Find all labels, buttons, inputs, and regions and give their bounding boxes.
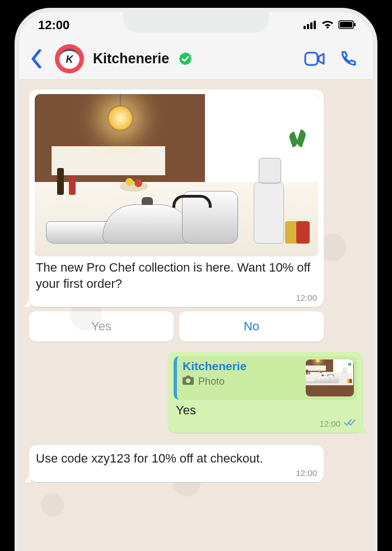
cellular-icon xyxy=(304,18,317,32)
voice-call-button[interactable] xyxy=(336,46,361,71)
avatar-initial: K xyxy=(59,49,80,69)
status-icons xyxy=(304,18,356,32)
reply-time-row: 12:00 xyxy=(174,419,357,429)
back-button[interactable] xyxy=(27,46,46,71)
avatar[interactable]: K xyxy=(55,44,84,73)
quoted-type: Photo xyxy=(198,376,225,387)
promo-text: The new Pro Chef collection is here. Wan… xyxy=(35,259,318,293)
phone-frame: 12:00 K Kitchenerie xyxy=(15,8,377,551)
svg-rect-5 xyxy=(340,22,352,27)
svg-rect-7 xyxy=(305,53,318,65)
svg-rect-3 xyxy=(314,21,316,29)
svg-rect-6 xyxy=(354,23,356,26)
clock: 12:00 xyxy=(38,18,69,32)
reply-time: 12:00 xyxy=(319,419,340,428)
wifi-icon xyxy=(321,18,334,32)
incoming-message-promo[interactable]: The new Pro Chef collection is here. Wan… xyxy=(29,90,324,307)
followup-time: 12:00 xyxy=(35,468,318,479)
quoted-thumbnail xyxy=(306,359,354,396)
promo-time: 12:00 xyxy=(35,293,318,303)
quick-reply-yes[interactable]: Yes xyxy=(29,311,174,342)
quick-reply-row: Yes No xyxy=(29,311,324,342)
outgoing-message-reply[interactable]: Kitchenerie Photo xyxy=(168,352,363,433)
incoming-message-followup[interactable]: Use code xzy123 for 10% off at checkout.… xyxy=(29,445,324,482)
svg-rect-2 xyxy=(310,22,312,29)
promo-image[interactable] xyxy=(35,94,318,256)
notch xyxy=(123,12,269,32)
followup-text: Use code xzy123 for 10% off at checkout. xyxy=(35,450,318,468)
quoted-reply[interactable]: Kitchenerie Photo xyxy=(174,356,357,400)
chat-header: K Kitchenerie xyxy=(19,38,373,80)
verified-badge-icon xyxy=(178,52,193,66)
quoted-sender: Kitchenerie xyxy=(183,359,300,373)
chat-title[interactable]: Kitchenerie xyxy=(93,50,169,67)
chat-area[interactable]: The new Pro Chef collection is here. Wan… xyxy=(19,80,373,551)
reply-text: Yes xyxy=(174,402,357,419)
quick-reply-no[interactable]: No xyxy=(179,311,324,342)
svg-rect-0 xyxy=(304,26,306,29)
read-receipt-icon xyxy=(344,419,356,428)
battery-icon xyxy=(338,18,356,32)
camera-icon xyxy=(183,375,194,388)
svg-rect-1 xyxy=(307,24,309,29)
video-call-button[interactable] xyxy=(302,46,327,71)
